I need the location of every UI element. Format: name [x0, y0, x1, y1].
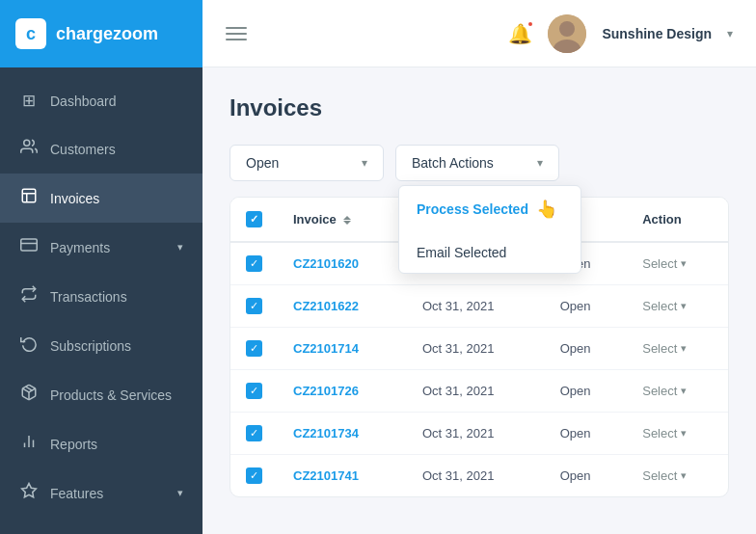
row-action: Select ▾ — [627, 328, 728, 370]
sidebar-item-subscriptions[interactable]: Subscriptions — [0, 321, 202, 370]
row-status: Open — [545, 285, 628, 328]
status-badge: Open — [560, 468, 591, 483]
row-checkbox-cell: ✓ — [230, 413, 278, 455]
process-selected-label: Process Selected — [417, 201, 528, 217]
sidebar-item-label: Invoices — [50, 191, 99, 206]
svg-rect-1 — [22, 189, 36, 202]
sidebar-item-payments[interactable]: Payments ▾ — [0, 223, 202, 272]
row-checkbox-cell: ✓ — [230, 328, 278, 370]
invoice-link[interactable]: CZ2101620 — [293, 256, 359, 271]
row-checkbox-cell: ✓ — [230, 455, 278, 497]
process-selected-item[interactable]: Process Selected 👆 — [399, 186, 580, 232]
batch-actions-dropdown[interactable]: Batch Actions ▾ — [395, 145, 559, 181]
toolbar: Open ▾ Batch Actions ▾ Process Selected … — [230, 145, 729, 181]
action-select[interactable]: Select ▾ — [642, 426, 713, 441]
table-row: ✓ CZ2101714 Oct 31, 2021 Open Select ▾ — [230, 328, 728, 370]
dashboard-icon: ⊞ — [19, 91, 39, 111]
svg-rect-4 — [21, 239, 38, 251]
sidebar-item-invoices[interactable]: Invoices — [0, 174, 202, 223]
row-due: Oct 31, 2021 — [407, 328, 545, 370]
filter-dropdown[interactable]: Open ▾ — [230, 145, 384, 181]
sidebar-item-reports[interactable]: Reports — [0, 419, 202, 468]
action-label: Select — [642, 384, 677, 398]
sidebar-item-transactions[interactable]: Transactions — [0, 272, 202, 321]
sidebar-item-label: Features — [50, 486, 103, 501]
row-checkbox[interactable]: ✓ — [246, 298, 262, 314]
user-menu-chevron[interactable]: ▾ — [727, 27, 733, 40]
sort-icon — [343, 216, 351, 225]
invoice-link[interactable]: CZ2101714 — [293, 341, 359, 356]
row-checkbox[interactable]: ✓ — [246, 383, 262, 399]
cursor-hand-icon: 👆 — [536, 199, 557, 220]
status-badge: Open — [560, 426, 591, 441]
row-checkbox[interactable]: ✓ — [246, 340, 262, 357]
email-selected-item[interactable]: Email Selected — [399, 232, 580, 273]
features-icon — [19, 482, 39, 504]
row-due: Oct 31, 2021 — [407, 285, 545, 328]
row-due: Oct 31, 2021 — [407, 455, 545, 497]
row-checkbox[interactable]: ✓ — [246, 255, 262, 272]
hamburger-line — [226, 33, 247, 35]
sidebar-item-features[interactable]: Features ▾ — [0, 468, 202, 518]
table-row: ✓ CZ2101622 Oct 31, 2021 Open Select ▾ — [230, 285, 728, 328]
row-checkbox[interactable]: ✓ — [246, 467, 262, 484]
sidebar-item-label: Reports — [50, 437, 97, 452]
status-badge: Open — [560, 341, 591, 356]
invoice-link[interactable]: CZ2101734 — [293, 426, 359, 441]
sidebar-item-label: Subscriptions — [50, 338, 131, 354]
svg-point-13 — [559, 21, 575, 37]
col-invoice: Invoice — [278, 198, 407, 242]
sidebar-item-dashboard[interactable]: ⊞ Dashboard — [0, 77, 202, 124]
transactions-icon — [19, 285, 39, 307]
status-badge: Open — [560, 384, 591, 398]
invoice-link[interactable]: CZ2101726 — [293, 384, 359, 398]
action-label: Select — [642, 299, 677, 313]
action-select[interactable]: Select ▾ — [642, 468, 713, 483]
invoices-icon — [19, 187, 39, 209]
sidebar-item-label: Products & Services — [50, 387, 172, 403]
sidebar-item-customers[interactable]: Customers — [0, 124, 202, 174]
col-action: Action — [627, 198, 728, 242]
payments-icon — [19, 236, 39, 258]
sidebar-item-label: Transactions — [50, 289, 127, 305]
select-all-checkbox[interactable]: ✓ — [246, 211, 262, 227]
row-invoice: CZ2101726 — [278, 370, 407, 413]
row-action: Select ▾ — [627, 413, 728, 455]
menu-toggle[interactable] — [226, 27, 247, 40]
action-select[interactable]: Select ▾ — [642, 299, 713, 313]
invoice-link[interactable]: CZ2101741 — [293, 468, 359, 483]
hamburger-line — [226, 27, 247, 29]
chevron-down-icon: ▾ — [177, 241, 183, 254]
batch-dropdown-menu: Process Selected 👆 Email Selected — [398, 185, 581, 274]
sidebar: c chargezoom ⊞ Dashboard Customers Invoi… — [0, 0, 202, 534]
action-select[interactable]: Select ▾ — [642, 384, 713, 398]
row-status: Open — [545, 455, 628, 497]
invoice-link[interactable]: CZ2101622 — [293, 299, 359, 313]
page-title: Invoices — [230, 94, 729, 121]
status-badge: Open — [560, 299, 591, 313]
row-checkbox-cell: ✓ — [230, 242, 278, 285]
table-row: ✓ CZ2101741 Oct 31, 2021 Open Select ▾ — [230, 455, 728, 497]
action-select[interactable]: Select ▾ — [642, 256, 713, 271]
chevron-down-icon: ▾ — [681, 342, 687, 355]
row-action: Select ▾ — [627, 455, 728, 497]
action-select[interactable]: Select ▾ — [642, 341, 713, 356]
page-body: Invoices Open ▾ Batch Actions ▾ Process … — [202, 67, 756, 534]
row-due: Oct 31, 2021 — [407, 413, 545, 455]
sidebar-nav: ⊞ Dashboard Customers Invoices Payments … — [0, 67, 202, 534]
row-checkbox-cell: ✓ — [230, 285, 278, 328]
row-invoice: CZ2101741 — [278, 455, 407, 497]
logo-text: chargezoom — [56, 24, 158, 44]
table-body: ✓ CZ2101620 Oct 31, 2021 Open Select ▾ ✓… — [230, 242, 728, 496]
row-action: Select ▾ — [627, 285, 728, 328]
notification-bell[interactable]: 🔔 — [508, 22, 532, 45]
notification-dot — [526, 20, 534, 28]
row-checkbox[interactable]: ✓ — [246, 425, 262, 441]
sidebar-item-products[interactable]: Products & Services — [0, 370, 202, 419]
batch-label: Batch Actions — [412, 155, 494, 171]
chevron-down-icon: ▾ — [681, 300, 687, 312]
row-invoice: CZ2101622 — [278, 285, 407, 328]
table-row: ✓ CZ2101726 Oct 31, 2021 Open Select ▾ — [230, 370, 728, 413]
col-checkbox: ✓ — [230, 198, 278, 242]
sort-up-icon — [343, 216, 351, 220]
